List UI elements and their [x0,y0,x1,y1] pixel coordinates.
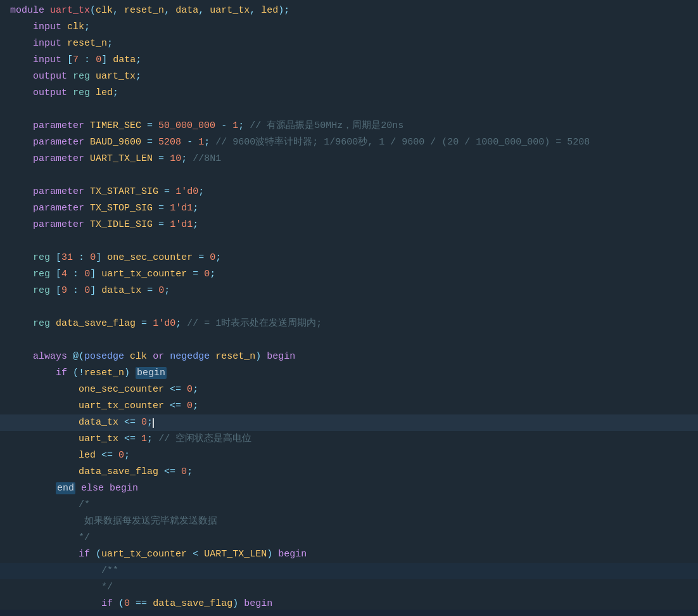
code-line-27: uart_tx <= 1; // 空闲状态是高电位 [0,431,698,447]
code-line-16: reg [31 : 0] one_sec_counter = 0; [0,250,698,266]
code-line-26: data_tx <= 0; [0,414,698,431]
code-line-4: input [7 : 0] data; [0,52,698,68]
code-line-25: uart_tx_counter <= 0; [0,398,698,414]
code-line-7 [0,101,698,118]
code-line-33: */ [0,530,698,546]
code-line-34: if (uart_tx_counter < UART_TX_LEN) begin [0,546,698,563]
scrollbar-hint[interactable] [0,610,698,616]
code-line-14: parameter TX_IDLE_SIG = 1'd1; [0,217,698,233]
code-line-20: reg data_save_flag = 1'd0; // = 1时表示处在发送… [0,316,698,332]
code-editor: module uart_tx(clk, reset_n, data, uart_… [0,0,698,616]
code-line-29: data_save_flag <= 0; [0,464,698,480]
code-line-2: input clk; [0,19,698,35]
code-line-18: reg [9 : 0] data_tx = 0; [0,283,698,299]
code-line-31: /* [0,497,698,513]
code-line-24: one_sec_counter <= 0; [0,382,698,398]
code-line-22: always @(posedge clk or negedge reset_n)… [0,349,698,365]
code-line-1: module uart_tx(clk, reset_n, data, uart_… [0,3,698,19]
code-line-5: output reg uart_tx; [0,68,698,85]
code-line-13: parameter TX_STOP_SIG = 1'd1; [0,200,698,217]
code-line-11 [0,167,698,184]
code-line-6: output reg led; [0,85,698,101]
code-line-10: parameter UART_TX_LEN = 10; //8N1 [0,151,698,167]
code-line-32: 如果数据每发送完毕就发送数据 [0,513,698,530]
code-line-23: if (!reset_n) begin [0,365,698,382]
code-line-19 [0,299,698,316]
code-line-12: parameter TX_START_SIG = 1'd0; [0,184,698,200]
code-line-21 [0,332,698,349]
code-line-30: end else begin [0,480,698,497]
code-line-15 [0,233,698,250]
code-line-17: reg [4 : 0] uart_tx_counter = 0; [0,266,698,283]
code-line-28: led <= 0; [0,447,698,464]
code-line-8: parameter TIMER_SEC = 50_000_000 - 1; //… [0,118,698,134]
code-line-9: parameter BAUD_9600 = 5208 - 1; // 9600波… [0,134,698,151]
code-line-36: */ [0,579,698,596]
code-line-3: input reset_n; [0,35,698,52]
code-line-35: /** [0,563,698,579]
